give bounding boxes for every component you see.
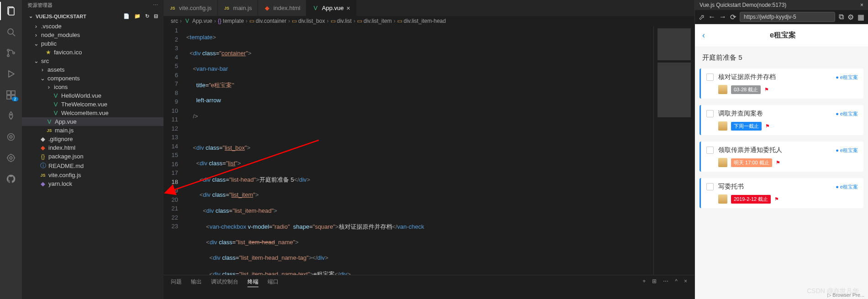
new-folder-icon[interactable]: 📁 <box>134 13 141 19</box>
extensions-icon[interactable]: 2 <box>0 86 22 104</box>
minimap[interactable] <box>653 26 694 275</box>
search-icon[interactable] <box>0 23 22 41</box>
avatar-icon <box>718 194 727 204</box>
tree-folder[interactable]: ⌄components <box>22 74 163 83</box>
svg-point-16 <box>10 157 12 159</box>
list-item[interactable]: 核对证据原件并存档● e租宝案03-28 截止⚑ <box>700 68 863 99</box>
github-icon[interactable] <box>0 170 22 188</box>
svg-point-15 <box>8 155 15 162</box>
tree-file[interactable]: VWelcomeItem.vue <box>22 109 163 117</box>
remote-icon[interactable] <box>0 128 22 146</box>
reload-icon[interactable]: ⟳ <box>730 13 736 21</box>
terminal-close-icon[interactable]: × <box>684 278 687 287</box>
code-content[interactable]: <template> <div class="container"> <van-… <box>186 26 653 275</box>
terminal-split-icon[interactable]: ⊞ <box>652 278 657 287</box>
tab-main[interactable]: JSmain.js <box>218 0 258 16</box>
card-sub: ● e租宝案 <box>836 147 858 154</box>
panel-tabs: 问题 输出 调试控制台 终端 端口 + ⊞ ⋯ ^ × <box>163 275 694 290</box>
terminal-max-icon[interactable]: ^ <box>675 278 678 287</box>
source-control-icon[interactable] <box>0 44 22 62</box>
collapse-icon[interactable]: ⊟ <box>154 13 158 19</box>
svg-rect-9 <box>11 91 15 94</box>
svg-rect-8 <box>7 91 11 94</box>
svg-point-6 <box>13 52 15 54</box>
terminal-add-icon[interactable]: + <box>642 278 646 287</box>
svg-point-12 <box>11 114 12 115</box>
open-external-icon[interactable]: ⬀ <box>699 13 705 21</box>
preview-tab[interactable]: Vue.js Quickstart Demo(node:5173)× <box>695 0 868 10</box>
card-title: 领取传票并通知委托人 <box>718 146 782 154</box>
flag-icon: ⚑ <box>765 123 770 129</box>
tree-file[interactable]: ◆index.html <box>22 143 163 152</box>
tab-index[interactable]: ◆index.html <box>258 0 306 16</box>
flag-icon: ⚑ <box>764 87 769 93</box>
flag-icon: ⚑ <box>776 160 780 166</box>
tree-folder[interactable]: ›.vscode <box>22 22 163 31</box>
preview-nav-bar: ‹ e租宝案 <box>695 24 868 47</box>
tree-file[interactable]: VTheWelcome.vue <box>22 100 163 109</box>
tree-folder[interactable]: ⌄public <box>22 39 163 48</box>
card-sub: ● e租宝案 <box>836 184 858 190</box>
tree-file[interactable]: JSmain.js <box>22 126 163 135</box>
new-file-icon[interactable]: 📄 <box>123 13 130 19</box>
list-item[interactable]: 写委托书● e租宝案2019-2-12 截止⚑ <box>700 178 863 208</box>
terminal[interactable] <box>163 290 694 299</box>
checkbox[interactable] <box>706 147 714 154</box>
devtools-icon[interactable]: ⚙ <box>847 13 854 21</box>
close-icon[interactable]: × <box>347 5 350 12</box>
preview-section-title: 开庭前准备 5 <box>695 47 868 68</box>
svg-line-3 <box>13 34 15 36</box>
breadcrumbs[interactable]: src› VApp.vue› {}template› ▭div.containe… <box>163 16 694 26</box>
deadline-tag: 03-28 截止 <box>731 85 761 94</box>
tree-file[interactable]: JSvite.config.js <box>22 171 163 179</box>
debug-icon[interactable] <box>0 65 22 83</box>
panel-tab-terminal[interactable]: 终端 <box>247 278 258 287</box>
card-title: 核对证据原件并存档 <box>718 73 776 81</box>
terminal-more-icon[interactable]: ⋯ <box>663 278 668 287</box>
tree-file[interactable]: ★favicon.ico <box>22 48 163 57</box>
tab-app[interactable]: VApp.vue× <box>306 0 356 16</box>
panel-tab-output[interactable]: 输出 <box>191 278 202 287</box>
forward-icon[interactable]: → <box>719 13 726 21</box>
tree-folder[interactable]: ›assets <box>22 65 163 74</box>
device-icon[interactable]: ⧉ <box>839 13 844 21</box>
tree-file[interactable]: {}package.json <box>22 152 163 161</box>
panel-tab-debug[interactable]: 调试控制台 <box>211 278 238 287</box>
tree-folder[interactable]: ⌄src <box>22 57 163 65</box>
tab-vite[interactable]: JSvite.config.js <box>163 0 218 16</box>
settings-icon[interactable] <box>0 149 22 167</box>
tree-file[interactable]: ◆yarn.lock <box>22 179 163 188</box>
tree-folder[interactable]: ›icons <box>22 83 163 91</box>
tree-folder[interactable]: ›node_modules <box>22 31 163 39</box>
checkbox[interactable] <box>706 110 714 117</box>
checkbox[interactable] <box>706 73 714 81</box>
refresh-icon[interactable]: ↻ <box>145 13 149 19</box>
list-item[interactable]: 领取传票并通知委托人● e租宝案明天 17:00 截止⚑ <box>700 142 863 172</box>
preview-title: e租宝案 <box>705 31 861 40</box>
project-name: VUEJS-QUICKSTART <box>36 14 86 19</box>
url-input[interactable] <box>740 12 835 22</box>
close-icon[interactable]: × <box>860 2 863 8</box>
preview-content[interactable]: ‹ e租宝案 开庭前准备 5 核对证据原件并存档● e租宝案03-28 截止⚑调… <box>695 24 868 299</box>
browser-preview-label: ▷ Browser Pre... <box>827 292 864 298</box>
explorer-header[interactable]: ⌄ VUEJS-QUICKSTART 📄 📁 ↻ ⊟ <box>22 10 163 22</box>
sidebar: 资源管理器⋯ ⌄ VUEJS-QUICKSTART 📄 📁 ↻ ⊟ ›.vsco… <box>22 0 163 299</box>
svg-point-4 <box>7 49 9 51</box>
svg-point-2 <box>8 29 13 34</box>
back-icon[interactable]: ← <box>708 13 715 21</box>
list-item[interactable]: 调取并查阅案卷● e租宝案下周一截止⚑ <box>700 105 863 135</box>
tree-file[interactable]: ⓘREADME.md <box>22 161 163 171</box>
tree-file[interactable]: VHelloWorld.vue <box>22 91 163 100</box>
svg-point-13 <box>8 134 15 141</box>
explorer-icon[interactable] <box>0 2 22 20</box>
deadline-tag: 2019-2-12 截止 <box>731 195 771 204</box>
preview-toolbar: ⬀ ← → ⟳ ⧉ ⚙ ▦ <box>695 10 868 24</box>
tree-file[interactable]: ◆.gitignore <box>22 135 163 143</box>
tree-file-active[interactable]: VApp.vue <box>22 117 163 126</box>
checkbox[interactable] <box>706 183 714 190</box>
panel-tab-port[interactable]: 端口 <box>268 278 279 287</box>
panel-tab-problems[interactable]: 问题 <box>171 278 182 287</box>
code-editor[interactable]: 1234567891011121314151617181920212223 <t… <box>163 26 694 275</box>
rocket-icon[interactable] <box>0 107 22 125</box>
qr-icon[interactable]: ▦ <box>857 13 864 21</box>
